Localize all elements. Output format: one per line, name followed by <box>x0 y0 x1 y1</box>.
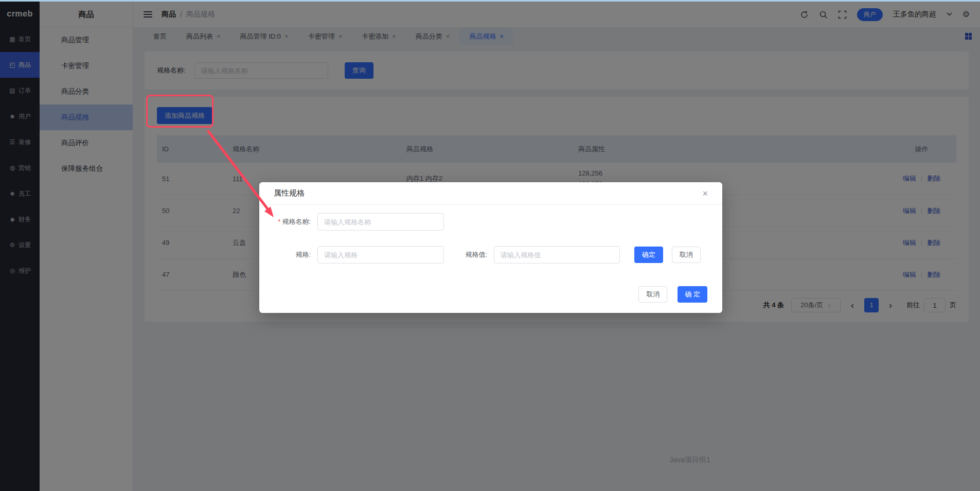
spec-value-row: 规格: 规格值: 确定 取消 <box>274 246 708 264</box>
dialog-cancel-button[interactable]: 取消 <box>638 286 667 303</box>
dialog-footer: 取消 确 定 <box>638 286 707 303</box>
spec-name-row: *规格名称: <box>274 213 708 231</box>
dialog-spec-value-input[interactable] <box>494 246 620 264</box>
dialog-confirm-button[interactable]: 确 定 <box>678 286 707 303</box>
dialog-body: *规格名称: 规格: 规格值: 确定 取消 <box>259 205 722 264</box>
inline-confirm-button[interactable]: 确定 <box>634 247 663 263</box>
annotation-highlight-box <box>146 95 213 128</box>
close-icon[interactable]: × <box>702 189 708 198</box>
dialog-header: 属性规格 × <box>259 182 722 205</box>
dialog-spec-input[interactable] <box>317 246 444 264</box>
annotation-arrow <box>201 126 283 224</box>
inline-cancel-button[interactable]: 取消 <box>672 247 701 263</box>
attr-spec-dialog: 属性规格 × *规格名称: 规格: 规格值: 确定 取消 取消 确 定 <box>259 182 722 313</box>
dialog-spec-name-input[interactable] <box>317 213 444 231</box>
spec-label: 规格: <box>274 250 311 259</box>
window-top-edge <box>0 0 980 2</box>
spec-value-label: 规格值: <box>455 250 487 259</box>
